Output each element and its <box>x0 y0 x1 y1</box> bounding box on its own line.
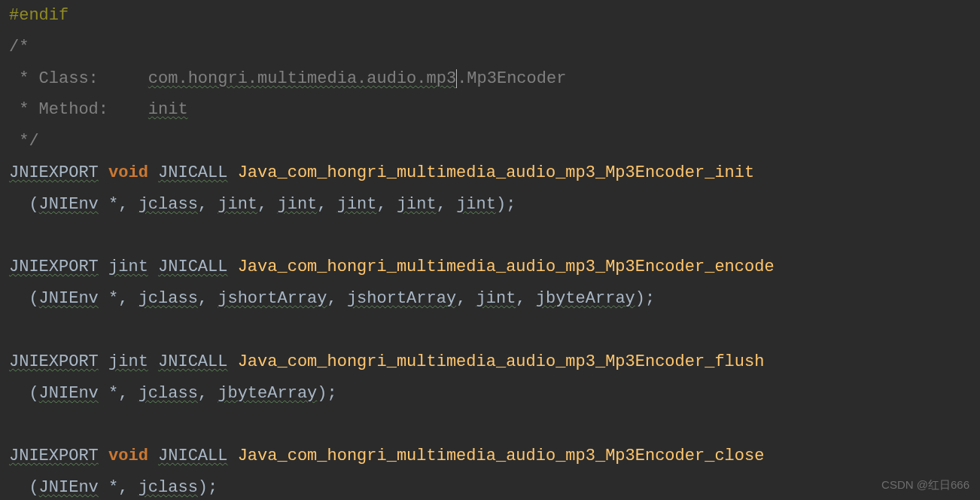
fn-init: Java_com_hongri_multimedia_audio_mp3_Mp3… <box>238 163 755 182</box>
kw-jniexport: JNIEXPORT <box>9 163 99 182</box>
kw-jnicall: JNICALL <box>158 352 227 371</box>
watermark: CSDN @红日666 <box>881 474 969 496</box>
code-editor[interactable]: #endif /* * Class: com.hongri.multimedia… <box>0 0 980 500</box>
sig-close: (JNIEnv *, jclass); <box>9 478 218 497</box>
fn-encode: Java_com_hongri_multimedia_audio_mp3_Mp3… <box>238 258 775 276</box>
comment-open: /* <box>9 38 29 56</box>
sig-flush: (JNIEnv *, jclass, jbyteArray); <box>9 384 337 403</box>
comment-method-label: * Method: <box>9 100 148 119</box>
kw-jniexport: JNIEXPORT <box>9 258 99 276</box>
fn-flush: Java_com_hongri_multimedia_audio_mp3_Mp3… <box>238 352 765 371</box>
comment-close: */ <box>9 132 39 151</box>
comment-class-label: * Class: <box>9 69 148 88</box>
kw-jnicall: JNICALL <box>158 258 227 276</box>
kw-jniexport: JNIEXPORT <box>9 447 99 465</box>
ret-jint: jint <box>108 352 148 371</box>
kw-jnicall: JNICALL <box>158 163 227 182</box>
comment-method-value: init <box>148 100 188 119</box>
kw-void: void <box>108 163 148 182</box>
sig-init: (JNIEnv *, jclass, jint, jint, jint, jin… <box>9 195 516 214</box>
preproc-line: #endif <box>9 6 68 25</box>
fn-close: Java_com_hongri_multimedia_audio_mp3_Mp3… <box>238 447 765 465</box>
comment-class-value: com.hongri.multimedia.audio.mp3 <box>148 69 456 88</box>
kw-jnicall: JNICALL <box>158 447 227 465</box>
kw-jniexport: JNIEXPORT <box>9 352 99 371</box>
ret-jint: jint <box>108 258 148 276</box>
comment-class-suffix: .Mp3Encoder <box>457 69 566 88</box>
sig-encode: (JNIEnv *, jclass, jshortArray, jshortAr… <box>9 289 655 308</box>
kw-void: void <box>108 447 148 465</box>
